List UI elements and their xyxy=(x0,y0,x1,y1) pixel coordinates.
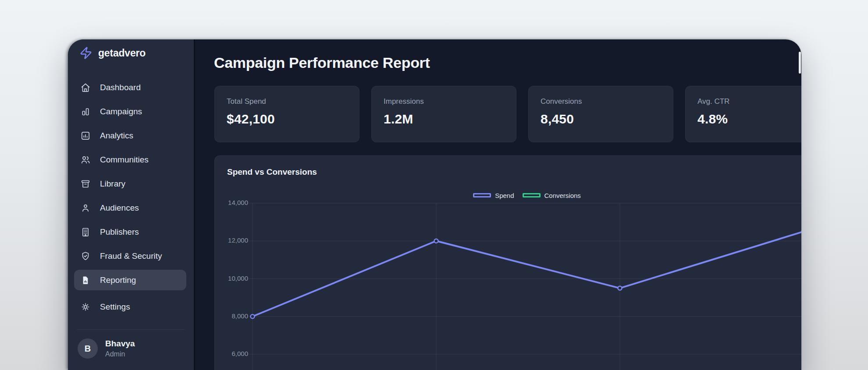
bar-chart-icon xyxy=(80,106,91,117)
sidebar-item-label: Campaigns xyxy=(100,107,142,116)
stat-value: 8,450 xyxy=(541,112,661,127)
chart-plot xyxy=(215,156,801,370)
home-icon xyxy=(80,82,91,93)
stat-label: Impressions xyxy=(384,97,504,106)
stat-value: 4.8% xyxy=(697,112,801,127)
user-name: Bhavya xyxy=(105,339,135,349)
sidebar-item-reporting[interactable]: Reporting xyxy=(74,270,186,290)
stat-card-avg-ctr: Avg. CTR 4.8% xyxy=(685,86,801,142)
stat-label: Conversions xyxy=(541,97,661,106)
shield-check-icon xyxy=(80,251,91,261)
sidebar-item-audiences[interactable]: Audiences xyxy=(74,197,186,218)
stats-row: Total Spend $42,100 Impressions 1.2M Con… xyxy=(214,86,801,142)
stat-label: Avg. CTR xyxy=(697,97,801,106)
sidebar-item-fraud-security[interactable]: Fraud & Security xyxy=(74,246,186,266)
sidebar-item-label: Communities xyxy=(100,155,149,165)
stat-value: 1.2M xyxy=(384,112,504,127)
sidebar-item-campaigns[interactable]: Campaigns xyxy=(74,101,186,122)
archive-box-icon xyxy=(80,179,91,189)
stat-label: Total Spend xyxy=(227,97,347,106)
stat-card-total-spend: Total Spend $42,100 xyxy=(214,86,359,142)
sidebar-item-dashboard[interactable]: Dashboard xyxy=(74,77,186,98)
users-icon xyxy=(80,155,91,165)
avatar: B xyxy=(78,338,98,359)
building-icon xyxy=(80,227,91,237)
sidebar-item-label: Publishers xyxy=(100,227,139,237)
sidebar-item-label: Fraud & Security xyxy=(100,251,162,261)
sidebar-item-label: Analytics xyxy=(100,131,133,141)
report-file-icon xyxy=(80,275,91,285)
sidebar-item-label: Dashboard xyxy=(100,83,141,92)
sidebar-item-communities[interactable]: Communities xyxy=(74,149,186,170)
gear-icon xyxy=(80,302,91,312)
stat-card-impressions: Impressions 1.2M xyxy=(371,86,516,142)
sidebar: getadvero Dashboard Campaigns xyxy=(68,39,195,370)
desktop-background: getadvero Dashboard Campaigns xyxy=(0,0,868,370)
sidebar-item-library[interactable]: Library xyxy=(74,173,186,194)
user-profile[interactable]: B Bhavya Admin xyxy=(78,338,135,359)
stat-card-conversions: Conversions 8,450 xyxy=(528,86,673,142)
sidebar-item-settings[interactable]: Settings xyxy=(74,296,186,317)
sidebar-nav: Dashboard Campaigns Analytics xyxy=(74,77,186,321)
sidebar-item-label: Library xyxy=(100,179,125,189)
person-icon xyxy=(80,203,91,213)
sidebar-item-label: Audiences xyxy=(100,203,139,213)
scrollbar-thumb[interactable] xyxy=(799,52,801,74)
dashboard-window: getadvero Dashboard Campaigns xyxy=(68,39,801,370)
brand-name: getadvero xyxy=(98,47,146,59)
page-title: Campaign Performance Report xyxy=(214,54,430,71)
stat-value: $42,100 xyxy=(227,112,347,127)
sidebar-item-label: Settings xyxy=(100,302,130,312)
sidebar-item-label: Reporting xyxy=(100,275,136,285)
sidebar-item-publishers[interactable]: Publishers xyxy=(74,222,186,242)
spend-vs-conversions-card: Spend vs Conversions SpendConversions 14… xyxy=(214,155,801,370)
brand-logo[interactable]: getadvero xyxy=(79,46,146,60)
analytics-panel-icon xyxy=(80,130,91,141)
user-role: Admin xyxy=(105,350,135,358)
lightning-bolt-icon xyxy=(79,46,92,60)
sidebar-item-analytics[interactable]: Analytics xyxy=(74,125,186,146)
sidebar-divider xyxy=(77,329,185,330)
